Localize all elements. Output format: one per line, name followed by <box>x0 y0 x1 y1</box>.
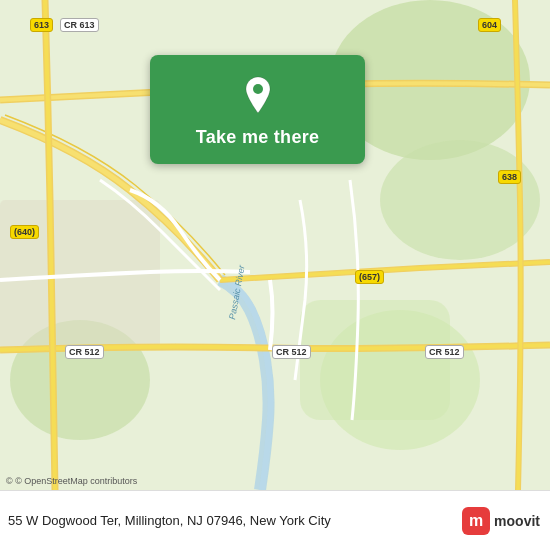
road-badge-638: 638 <box>498 170 521 184</box>
take-me-there-button[interactable]: Take me there <box>196 127 320 148</box>
svg-rect-5 <box>300 300 450 420</box>
road-badge-604: 604 <box>478 18 501 32</box>
moovit-logo: m moovit <box>462 507 540 535</box>
moovit-label: moovit <box>494 513 540 529</box>
road-badge-cr613: CR 613 <box>60 18 99 32</box>
road-badge-657: (657) <box>355 270 384 284</box>
road-badge-cr512-left: CR 512 <box>65 345 104 359</box>
map-container: Passaic River 613 CR 613 604 638 (640) (… <box>0 0 550 490</box>
location-pin-icon <box>236 73 280 117</box>
footer-left: 55 W Dogwood Ter, Millington, NJ 07946, … <box>8 513 462 528</box>
map-attribution: © © OpenStreetMap contributors <box>6 476 137 486</box>
copyright-symbol: © <box>6 476 13 486</box>
svg-point-2 <box>380 140 540 260</box>
road-badge-cr512-mid: CR 512 <box>272 345 311 359</box>
road-badge-cr512-right: CR 512 <box>425 345 464 359</box>
road-badge-613-top: 613 <box>30 18 53 32</box>
moovit-m-icon: m <box>462 507 490 535</box>
address-text: 55 W Dogwood Ter, Millington, NJ 07946, … <box>8 513 462 528</box>
location-card: Take me there <box>150 55 365 164</box>
footer: 55 W Dogwood Ter, Millington, NJ 07946, … <box>0 490 550 550</box>
road-badge-640: (640) <box>10 225 39 239</box>
svg-point-8 <box>253 84 263 94</box>
